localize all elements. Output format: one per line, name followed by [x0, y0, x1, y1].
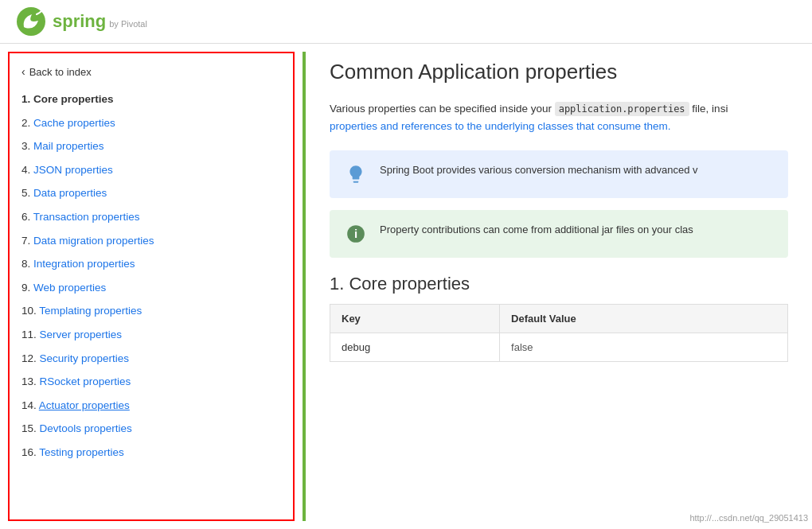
list-item[interactable]: 9. Web properties [21, 276, 281, 300]
sidebar: ‹ Back to index 1. Core properties 2. Ca… [8, 52, 295, 521]
nav-item-link[interactable]: Cache properties [33, 117, 115, 129]
list-item[interactable]: 4. JSON properties [21, 158, 281, 182]
nav-item-num: 3. [21, 140, 33, 152]
description-text: Various properties can be specified insi… [330, 100, 788, 134]
section-title: 1. Core properties [330, 274, 788, 294]
table-col-default: Default Value [500, 305, 788, 333]
nav-item-num: 11. [21, 329, 40, 340]
nav-item-link[interactable]: Web properties [33, 282, 106, 294]
nav-item-link[interactable]: Data properties [33, 187, 107, 199]
nav-item-num: 2. [21, 117, 33, 129]
nav-item-num: 15. [21, 422, 40, 434]
list-item: 1. Core properties [21, 88, 281, 111]
list-item[interactable]: 8. Integration properties [21, 252, 281, 276]
list-item[interactable]: 14. Actuator properties [21, 394, 281, 418]
nav-item-num: 16. [21, 446, 39, 458]
nav-item-num: 8. [21, 258, 33, 270]
list-item[interactable]: 2. Cache properties [21, 111, 281, 135]
spring-logo-icon [16, 6, 46, 37]
desc-link[interactable]: properties and references to the underly… [330, 120, 671, 132]
info-box-green: i Property contributions can come from a… [330, 210, 788, 258]
back-to-index-link[interactable]: ‹ Back to index [21, 65, 281, 78]
list-item[interactable]: 15. Devtools properties [21, 417, 281, 441]
nav-item-link[interactable]: Devtools properties [40, 422, 132, 434]
nav-item-num: 1. [21, 93, 33, 105]
info-blue-text: Spring Boot provides various conversion … [380, 162, 698, 178]
list-item[interactable]: 12. Security properties [21, 347, 281, 371]
table-header-row: Key Default Value [330, 305, 788, 333]
nav-item-num: 4. [21, 164, 33, 176]
nav-item-num: 12. [21, 352, 40, 364]
nav-list: 1. Core properties 2. Cache properties 3… [21, 88, 281, 465]
list-item[interactable]: 11. Server properties [21, 323, 281, 347]
desc-part1: Various properties can be specified insi… [330, 103, 555, 115]
nav-item-link[interactable]: RSocket properties [40, 375, 131, 387]
info-green-text: Property contributions can come from add… [380, 222, 693, 238]
nav-item-num: 9. [21, 282, 33, 294]
page-layout: ‹ Back to index 1. Core properties 2. Ca… [0, 44, 812, 529]
nav-item-label: Core properties [33, 93, 114, 105]
list-item[interactable]: 16. Testing properties [21, 441, 281, 465]
nav-item-num: 14. [21, 399, 39, 411]
list-item[interactable]: 10. Templating properties [21, 299, 281, 323]
nav-item-link[interactable]: Data migration properties [33, 235, 154, 247]
nav-item-link[interactable]: Testing properties [39, 446, 124, 458]
nav-item-link[interactable]: Integration properties [33, 258, 135, 270]
nav-item-num: 7. [21, 235, 33, 247]
logo-by-pivotal-label: by Pivotal [109, 19, 147, 29]
table-cell-value: false [500, 333, 788, 362]
logo-text: spring by Pivotal [53, 11, 147, 32]
nav-item-link[interactable]: Security properties [40, 352, 130, 364]
nav-item-link[interactable]: Mail properties [33, 140, 104, 152]
properties-table: Key Default Value debug false [330, 304, 788, 362]
nav-item-num: 5. [21, 187, 33, 199]
back-link-label: Back to index [29, 66, 92, 78]
table-row: debug false [330, 333, 788, 362]
list-item[interactable]: 6. Transaction properties [21, 205, 281, 229]
page-title: Common Application properties [330, 60, 788, 84]
code-snippet: application.properties [555, 102, 689, 116]
chevron-left-icon: ‹ [21, 65, 25, 78]
list-item[interactable]: 5. Data properties [21, 181, 281, 205]
logo: spring by Pivotal [16, 6, 147, 37]
nav-item-link[interactable]: JSON properties [33, 164, 113, 176]
nav-item-num: 13. [21, 375, 40, 387]
nav-item-link[interactable]: Templating properties [39, 305, 142, 317]
table-cell-key: debug [330, 333, 500, 362]
bulb-icon [344, 162, 368, 186]
info-circle-icon: i [344, 222, 368, 246]
header: spring by Pivotal [0, 0, 812, 44]
logo-spring-label: spring [53, 11, 106, 32]
svg-text:i: i [354, 228, 357, 241]
list-item[interactable]: 7. Data migration properties [21, 229, 281, 253]
nav-item-link[interactable]: Server properties [40, 329, 123, 340]
nav-item-link[interactable]: Transaction properties [33, 211, 140, 223]
table-col-key: Key [330, 305, 500, 333]
nav-item-num: 10. [21, 305, 39, 317]
list-item[interactable]: 3. Mail properties [21, 134, 281, 158]
desc-part2: file, insi [689, 103, 728, 115]
info-box-blue: Spring Boot provides various conversion … [330, 150, 788, 198]
nav-item-link[interactable]: Actuator properties [39, 399, 130, 411]
main-content: Common Application properties Various pr… [306, 44, 812, 529]
list-item[interactable]: 13. RSocket properties [21, 370, 281, 394]
nav-item-num: 6. [21, 211, 33, 223]
